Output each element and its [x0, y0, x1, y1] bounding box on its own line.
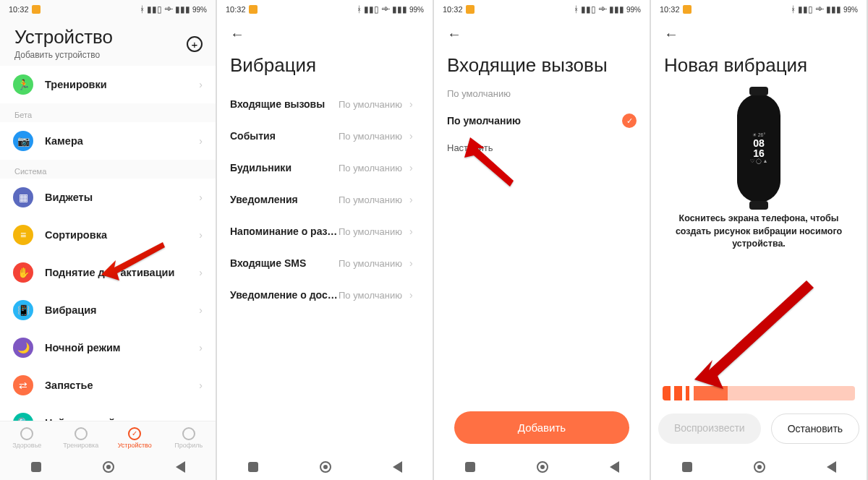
nav-home-button[interactable]	[320, 461, 331, 473]
nav-recent-button[interactable]	[465, 462, 475, 472]
tab-workout[interactable]: Тренировка	[54, 421, 109, 454]
nav-back-button[interactable]	[176, 461, 185, 473]
row-sort[interactable]: ≡ Сортировка ›	[0, 216, 216, 254]
row-events[interactable]: События По умолчанию ›	[217, 120, 433, 152]
nav-back-button[interactable]	[827, 461, 836, 473]
row-label: Уведомление о дости…	[230, 289, 339, 301]
tab-profile[interactable]: Профиль	[162, 421, 216, 454]
option-label: По умолчанию	[447, 115, 622, 127]
status-bar: 10:32 ᚼ▮▮▯⬲▮▮▮99%	[651, 0, 867, 19]
health-icon	[20, 427, 33, 440]
sim-icon	[249, 5, 258, 14]
row-value: По умолчанию	[339, 226, 402, 237]
row-incoming-sms[interactable]: Входящие SMS По умолчанию ›	[217, 247, 433, 279]
nav-back-button[interactable]	[610, 461, 619, 473]
band-time-hours: 08	[753, 138, 765, 148]
add-device-button[interactable]: +	[187, 36, 203, 52]
nav-home-button[interactable]	[754, 461, 765, 473]
chevron-right-icon: ›	[199, 79, 203, 90]
nav-home-button[interactable]	[103, 461, 114, 473]
spacer	[434, 160, 650, 411]
tab-health[interactable]: Здоровье	[0, 421, 54, 454]
system-nav	[217, 454, 433, 480]
tap-area[interactable]	[651, 251, 867, 387]
row-widgets[interactable]: ▦ Виджеты ›	[0, 179, 216, 216]
status-bar: 10:32 ᚼ ▮▮▯ ⬲ ▮▮▮ 99%	[0, 0, 216, 19]
workout-icon	[75, 427, 88, 440]
row-label: Поднятие для активации	[45, 267, 199, 278]
row-label: Камера	[45, 135, 199, 147]
nav-back-button[interactable]	[393, 461, 402, 473]
chevron-right-icon: ›	[199, 229, 203, 241]
vibration-settings-list[interactable]: Входящие вызовы По умолчанию › События П…	[217, 88, 433, 454]
device-menu-list[interactable]: 🏃 Тренировки › Бета 📷 Камера › Система ▦…	[0, 66, 216, 421]
page-title: Входящие вызовы	[434, 50, 650, 88]
section-system: Система	[0, 160, 216, 179]
chevron-right-icon: ›	[409, 289, 413, 301]
row-label: Уведомления	[230, 194, 339, 205]
row-training[interactable]: 🏃 Тренировки ›	[0, 66, 216, 103]
row-incoming-calls[interactable]: Входящие вызовы По умолчанию ›	[217, 88, 433, 120]
option-default[interactable]: По умолчанию ✓	[434, 106, 650, 135]
stop-button[interactable]: Остановить	[771, 413, 859, 444]
wifi-icon: ⬲	[815, 4, 824, 14]
chevron-right-icon: ›	[409, 226, 413, 237]
play-button[interactable]: Воспроизвести	[658, 413, 761, 444]
row-night-mode[interactable]: 🌙 Ночной режим ›	[0, 329, 216, 367]
wearable-device-image: ☀ 26° 08 16 ♡ ◯ ▲	[737, 94, 780, 202]
wifi-icon: ⬲	[598, 4, 607, 14]
button-row: Воспроизвести Остановить	[651, 413, 867, 444]
chevron-right-icon: ›	[199, 267, 203, 278]
band-stats: ♡ ◯ ▲	[750, 158, 768, 164]
profile-icon	[182, 427, 195, 440]
battery-icon: ▮▮▮	[826, 4, 841, 14]
screen-vibration: 10:32 ᚼ▮▮▯⬲▮▮▮99% ← Вибрация Входящие вы…	[217, 0, 434, 480]
page-subtitle: Добавить устройство	[14, 50, 201, 60]
band-preview: ☀ 26° 08 16 ♡ ◯ ▲ Коснитесь экрана телеф…	[651, 88, 867, 251]
back-button[interactable]: ←	[651, 19, 867, 50]
bluetooth-icon: ᚼ	[791, 4, 796, 14]
status-time: 10:32	[9, 5, 29, 14]
chevron-right-icon: ›	[409, 98, 413, 110]
back-button[interactable]: ←	[217, 19, 433, 50]
row-vibration[interactable]: 📳 Вибрация ›	[0, 291, 216, 329]
tab-device[interactable]: ✓Устройство	[108, 421, 162, 454]
back-button[interactable]: ←	[434, 19, 650, 50]
row-find-device[interactable]: 🔍 Найти устройство ›	[0, 404, 216, 421]
widgets-icon: ▦	[13, 187, 33, 207]
battery-percent: 99%	[192, 6, 207, 14]
chevron-right-icon: ›	[409, 257, 413, 269]
add-button[interactable]: Добавить	[454, 411, 629, 444]
signal-icon: ▮▮▯	[147, 4, 162, 14]
row-notifications[interactable]: Уведомления По умолчанию ›	[217, 184, 433, 215]
row-camera[interactable]: 📷 Камера ›	[0, 122, 216, 160]
chevron-right-icon: ›	[199, 304, 203, 316]
system-nav	[434, 454, 650, 480]
header: Устройство Добавить устройство	[0, 19, 216, 66]
row-warmup-reminder[interactable]: Напоминание о разми… По умолчанию ›	[217, 215, 433, 247]
row-wrist[interactable]: ⇄ Запястье ›	[0, 367, 216, 404]
instruction-text: Коснитесь экрана телефона, чтобы создать…	[668, 213, 849, 251]
row-value: По умолчанию	[339, 131, 402, 142]
check-icon: ✓	[622, 113, 637, 128]
nav-recent-button[interactable]	[248, 462, 258, 472]
nav-recent-button[interactable]	[31, 462, 41, 472]
row-raise-to-wake[interactable]: ✋ Поднятие для активации ›	[0, 254, 216, 291]
configure-link[interactable]: Настроить	[434, 135, 650, 160]
chevron-right-icon: ›	[199, 342, 203, 353]
signal-icon: ▮▮▯	[798, 4, 813, 14]
page-title: Новая вибрация	[651, 50, 867, 88]
wrist-icon: ⇄	[13, 375, 33, 395]
nav-home-button[interactable]	[537, 461, 548, 473]
device-icon: ✓	[128, 427, 141, 440]
raise-icon: ✋	[13, 262, 33, 283]
status-time: 10:32	[660, 5, 680, 14]
battery-percent: 99%	[626, 6, 641, 14]
wifi-icon: ⬲	[381, 4, 390, 14]
row-achievement-notif[interactable]: Уведомление о дости… По умолчанию ›	[217, 279, 433, 311]
signal-icon: ▮▮▯	[364, 4, 379, 14]
nav-recent-button[interactable]	[682, 462, 692, 472]
section-default-label: По умолчанию	[434, 88, 650, 106]
row-alarms[interactable]: Будильники По умолчанию ›	[217, 152, 433, 184]
chevron-right-icon: ›	[199, 135, 203, 147]
